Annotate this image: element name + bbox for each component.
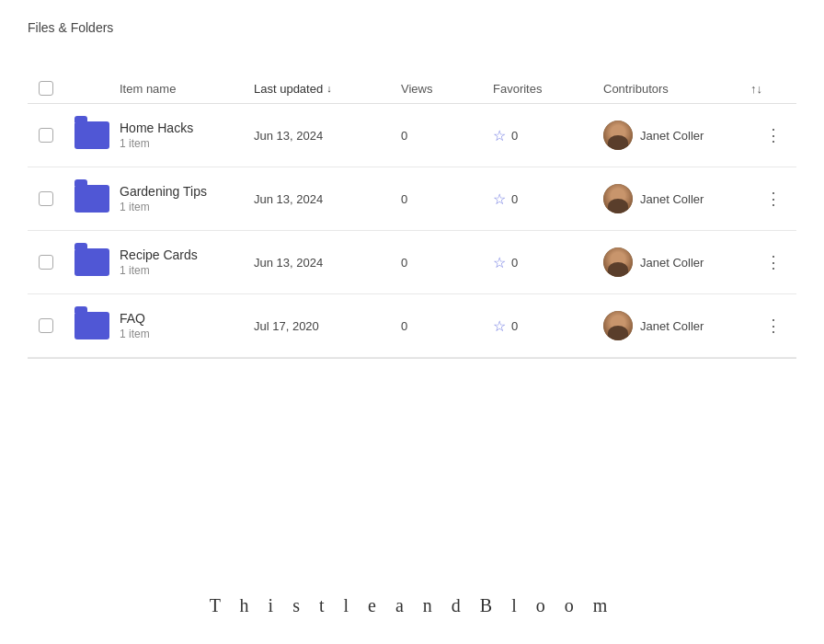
- avatar-face-2: [603, 184, 633, 213]
- col-date-3: Jun 13, 2024: [254, 256, 401, 270]
- row-checkbox-cell-2[interactable]: [28, 191, 64, 206]
- item-name-2: Gardening Tips: [120, 184, 254, 199]
- files-table: Item name Last updated ↓ Views Favorites…: [0, 74, 824, 359]
- avatar-face-3: [603, 247, 633, 277]
- item-name-3: Recipe Cards: [120, 247, 254, 262]
- item-info-2: Gardening Tips 1 item: [120, 184, 254, 213]
- folder-icon-2: [74, 185, 109, 213]
- row-checkbox-1[interactable]: [39, 128, 53, 143]
- col-contributors-3: Janet Coller: [603, 247, 750, 277]
- item-count-3: 1 item: [120, 264, 254, 277]
- col-date-4: Jul 17, 2020: [254, 319, 401, 333]
- col-favorites-4[interactable]: ☆ 0: [493, 317, 603, 335]
- col-date-1: Jun 13, 2024: [254, 129, 401, 143]
- brand-footer: T h i s t l e a n d B l o o m: [210, 595, 615, 616]
- last-updated-label: Last updated: [254, 82, 323, 96]
- star-icon-4[interactable]: ☆: [493, 317, 506, 335]
- select-all-checkbox[interactable]: [39, 81, 53, 96]
- more-menu-4[interactable]: ⋮: [750, 312, 796, 339]
- sort-arrow-icon: ↓: [326, 83, 332, 94]
- star-icon-2[interactable]: ☆: [493, 190, 506, 208]
- col-favorites-1[interactable]: ☆ 0: [493, 127, 603, 144]
- avatar-face-4: [603, 311, 633, 340]
- col-header-views: Views: [401, 82, 493, 96]
- contributor-name-4: Janet Coller: [640, 319, 704, 333]
- item-info-3: Recipe Cards 1 item: [120, 247, 254, 277]
- row-checkbox-cell-3[interactable]: [28, 255, 64, 270]
- table-row: FAQ 1 item Jul 17, 2020 0 ☆ 0 Janet Coll…: [28, 294, 796, 358]
- avatar-1: [603, 121, 633, 150]
- folder-icon-cell-1: [64, 121, 120, 149]
- table-row: Home Hacks 1 item Jun 13, 2024 0 ☆ 0 Jan…: [28, 104, 796, 167]
- avatar-face-1: [603, 121, 633, 150]
- col-views-2: 0: [401, 192, 493, 206]
- star-icon-1[interactable]: ☆: [493, 127, 506, 144]
- row-checkbox-cell-4[interactable]: [28, 318, 64, 333]
- col-favorites-3[interactable]: ☆ 0: [493, 254, 603, 271]
- more-menu-3[interactable]: ⋮: [750, 248, 796, 276]
- table-row: Recipe Cards 1 item Jun 13, 2024 0 ☆ 0 J…: [28, 231, 796, 294]
- folder-icon-cell-3: [64, 248, 120, 276]
- col-header-favorites: Favorites: [493, 82, 603, 96]
- table-bottom-border: [28, 358, 796, 359]
- col-contributors-2: Janet Coller: [603, 184, 750, 213]
- col-date-2: Jun 13, 2024: [254, 192, 401, 206]
- item-info-4: FAQ 1 item: [120, 311, 254, 340]
- item-name-4: FAQ: [120, 311, 254, 326]
- col-header-sort[interactable]: ↑↓: [750, 82, 796, 96]
- folder-icon-1: [74, 121, 109, 149]
- col-contributors-4: Janet Coller: [603, 311, 750, 340]
- more-menu-2[interactable]: ⋮: [750, 185, 796, 213]
- favorites-count-4: 0: [511, 319, 518, 333]
- col-contributors-1: Janet Coller: [603, 121, 750, 150]
- folder-icon-cell-2: [64, 185, 120, 213]
- select-all-checkbox-cell[interactable]: [28, 81, 64, 96]
- favorites-count-2: 0: [511, 192, 518, 206]
- favorites-count-1: 0: [511, 129, 518, 143]
- folder-icon-cell-4: [64, 312, 120, 339]
- col-views-4: 0: [401, 319, 493, 333]
- row-checkbox-cell-1[interactable]: [28, 128, 64, 143]
- favorites-count-3: 0: [511, 256, 518, 270]
- item-info-1: Home Hacks 1 item: [120, 121, 254, 150]
- page-title: Files & Folders: [0, 0, 824, 46]
- table-row: Gardening Tips 1 item Jun 13, 2024 0 ☆ 0…: [28, 167, 796, 231]
- col-views-1: 0: [401, 129, 493, 143]
- col-header-item-name: Item name: [120, 82, 254, 96]
- item-name-1: Home Hacks: [120, 121, 254, 135]
- table-header: Item name Last updated ↓ Views Favorites…: [28, 74, 796, 104]
- avatar-2: [603, 184, 633, 213]
- avatar-3: [603, 247, 633, 277]
- contributor-name-3: Janet Coller: [640, 256, 704, 270]
- contributor-name-1: Janet Coller: [640, 129, 704, 143]
- row-checkbox-3[interactable]: [39, 255, 53, 270]
- row-checkbox-4[interactable]: [39, 318, 53, 333]
- item-count-1: 1 item: [120, 137, 254, 150]
- col-header-contributors: Contributors: [603, 82, 750, 96]
- item-count-4: 1 item: [120, 328, 254, 340]
- col-header-last-updated[interactable]: Last updated ↓: [254, 82, 401, 96]
- row-checkbox-2[interactable]: [39, 191, 53, 206]
- more-menu-1[interactable]: ⋮: [750, 121, 796, 149]
- folder-icon-4: [74, 312, 109, 339]
- col-favorites-2[interactable]: ☆ 0: [493, 190, 603, 208]
- star-icon-3[interactable]: ☆: [493, 254, 506, 271]
- contributor-name-2: Janet Coller: [640, 192, 704, 206]
- folder-icon-3: [74, 248, 109, 276]
- avatar-4: [603, 311, 633, 340]
- col-views-3: 0: [401, 256, 493, 270]
- item-count-2: 1 item: [120, 201, 254, 213]
